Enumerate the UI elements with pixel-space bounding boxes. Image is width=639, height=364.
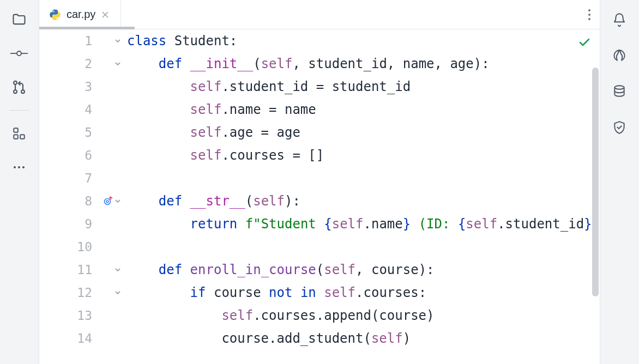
line-number: 10	[61, 235, 99, 258]
ai-assistant-icon[interactable]	[608, 45, 630, 66]
vertical-scrollbar[interactable]	[592, 68, 599, 296]
code-editor[interactable]: 1234567891011121314 class Student: def _…	[39, 29, 600, 364]
svg-point-9	[14, 166, 16, 168]
code-line[interactable]: return f"Student {self.name} (ID: {self.…	[127, 213, 600, 235]
svg-point-11	[22, 166, 25, 168]
right-toolbar	[600, 0, 639, 364]
gutter-row: 11	[39, 258, 124, 281]
run-target-icon[interactable]	[103, 196, 113, 206]
gutter-row: 12	[39, 281, 124, 304]
fold-chevron-icon[interactable]	[114, 60, 124, 68]
code-line[interactable]: self.age = age	[127, 121, 600, 144]
gutter-row: 9	[39, 213, 124, 235]
inspection-ok-icon[interactable]	[578, 36, 591, 49]
commit-icon[interactable]	[8, 43, 30, 64]
svg-point-16	[588, 18, 590, 20]
svg-point-19	[615, 86, 624, 89]
svg-point-4	[14, 90, 17, 93]
gutter-row: 1	[39, 29, 124, 52]
gutter-row: 10	[39, 235, 124, 258]
code-line[interactable]: class Student:	[127, 29, 600, 52]
left-toolbar	[0, 0, 39, 364]
tab-filename: car.py	[67, 8, 95, 21]
code-line[interactable]: self.student_id = student_id	[127, 75, 600, 98]
gutter: 1234567891011121314	[39, 29, 124, 364]
code-line[interactable]	[127, 235, 600, 258]
line-number: 4	[61, 98, 99, 121]
line-number: 11	[61, 258, 99, 281]
line-number: 1	[61, 29, 99, 52]
gutter-row: 14	[39, 327, 124, 350]
code-line[interactable]: self.courses = []	[127, 144, 600, 167]
fold-chevron-icon[interactable]	[114, 197, 124, 205]
svg-rect-8	[21, 135, 25, 139]
gutter-icons	[99, 60, 124, 68]
line-number: 9	[61, 213, 99, 235]
code-area[interactable]: class Student: def __init__(self, studen…	[124, 29, 600, 364]
gutter-row: 4	[39, 98, 124, 121]
notifications-icon[interactable]	[608, 9, 630, 31]
close-tab-icon[interactable]	[101, 10, 111, 19]
structure-icon[interactable]	[8, 123, 30, 144]
gutter-row: 6	[39, 144, 124, 167]
editor-main: car.py 1234567891011121314 class Student…	[39, 0, 600, 364]
line-number: 7	[61, 167, 99, 190]
line-number: 3	[61, 75, 99, 98]
code-line[interactable]: self.name = name	[127, 98, 600, 121]
code-line[interactable]: if course not in self.courses:	[127, 281, 600, 304]
line-number: 13	[61, 304, 99, 327]
line-number: 8	[61, 190, 99, 213]
line-number: 14	[61, 327, 99, 350]
gutter-icons	[99, 289, 124, 296]
more-icon[interactable]	[8, 156, 30, 178]
project-folder-icon[interactable]	[8, 9, 30, 31]
line-number: 12	[61, 281, 99, 304]
tab-more-icon[interactable]	[588, 9, 591, 21]
svg-point-15	[588, 14, 590, 16]
gutter-icons	[99, 37, 124, 45]
line-number: 6	[61, 144, 99, 167]
toolbar-divider	[9, 110, 29, 111]
gutter-row: 7	[39, 167, 124, 190]
gutter-icons	[99, 196, 124, 206]
line-number: 2	[61, 52, 99, 75]
line-number: 5	[61, 121, 99, 144]
tab-bar: car.py	[39, 0, 600, 29]
svg-point-5	[22, 90, 25, 93]
file-tab[interactable]: car.py	[39, 0, 121, 29]
fold-chevron-icon[interactable]	[114, 266, 124, 274]
gutter-row: 5	[39, 121, 124, 144]
code-line[interactable]: course.add_student(self)	[127, 327, 600, 350]
code-line[interactable]: def __init__(self, student_id, name, age…	[127, 52, 600, 75]
svg-point-10	[18, 166, 20, 168]
fold-chevron-icon[interactable]	[114, 289, 124, 296]
svg-point-0	[17, 51, 21, 56]
shield-icon[interactable]	[608, 117, 630, 138]
code-line[interactable]: def enroll_in_course(self, course):	[127, 258, 600, 281]
python-file-icon	[49, 9, 61, 21]
code-line[interactable]	[127, 167, 600, 190]
svg-point-18	[106, 201, 108, 203]
fold-chevron-icon[interactable]	[114, 37, 124, 45]
svg-point-3	[14, 81, 17, 84]
gutter-row: 3	[39, 75, 124, 98]
svg-point-17	[104, 199, 110, 205]
gutter-row: 2	[39, 52, 124, 75]
code-line[interactable]: def __str__(self):	[127, 190, 600, 213]
gutter-row: 13	[39, 304, 124, 327]
gutter-row: 8	[39, 190, 124, 213]
gutter-icons	[99, 266, 124, 274]
code-line[interactable]: self.courses.append(course)	[127, 304, 600, 327]
pull-request-icon[interactable]	[8, 76, 30, 98]
svg-rect-7	[14, 135, 19, 139]
svg-point-14	[588, 9, 590, 11]
database-icon[interactable]	[608, 81, 630, 102]
svg-rect-6	[14, 128, 19, 132]
